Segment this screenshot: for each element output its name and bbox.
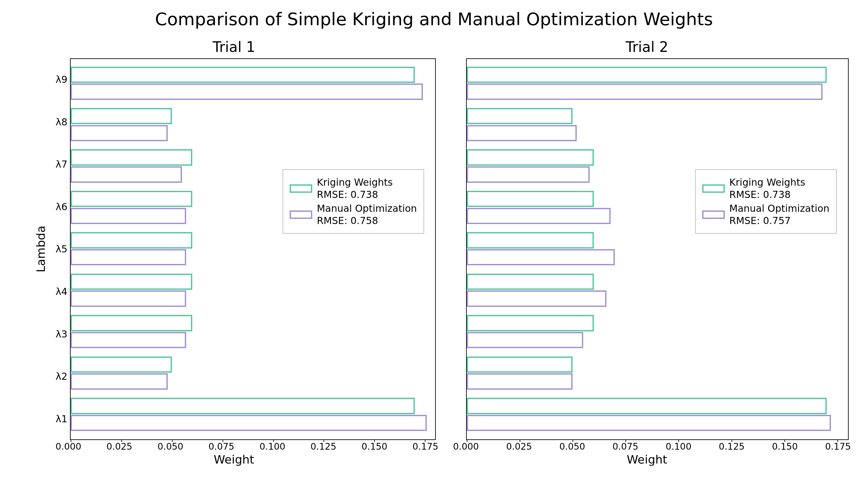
legend-entry: Kriging WeightsRMSE: 0.738	[290, 176, 417, 200]
bar-group	[467, 314, 848, 350]
x-tick-label: 0.150	[772, 441, 798, 452]
bar-group	[467, 107, 848, 143]
x-axis-label: Weight	[445, 453, 849, 466]
legend-text: Kriging WeightsRMSE: 0.738	[729, 176, 805, 200]
y-ticks: λ1λ2λ3λ4λ5λ6λ7λ8λ9	[49, 58, 70, 440]
bar-kriging	[467, 67, 827, 83]
bar-manual	[71, 208, 186, 224]
plot-row: Lambdaλ1λ2λ3λ4λ5λ6λ7λ8λ9Kriging WeightsR…	[32, 58, 436, 440]
bar-manual	[467, 125, 577, 141]
bar-manual	[71, 84, 423, 100]
bar-kriging	[467, 274, 594, 290]
legend-text: Manual OptimizationRMSE: 0.757	[729, 202, 829, 227]
bar-kriging	[467, 315, 594, 331]
x-ticks-row: 0.0000.0250.0500.0750.1000.1250.1500.175	[445, 441, 849, 452]
x-tick-label: 0.100	[259, 441, 285, 452]
subplot-2: Trial 2Kriging WeightsRMSE: 0.738Manual …	[445, 39, 849, 466]
y-tick-label: λ6	[49, 201, 67, 213]
bar-manual	[71, 249, 186, 266]
legend-swatch	[290, 211, 312, 219]
x-tick-label: 0.100	[666, 441, 691, 452]
bar-kriging	[467, 191, 594, 207]
bar-kriging	[71, 67, 415, 83]
subplot-1: Trial 1Lambdaλ1λ2λ3λ4λ5λ6λ7λ8λ9Kriging W…	[32, 39, 436, 466]
y-tick-label: λ9	[49, 74, 67, 85]
bar-group	[467, 273, 848, 309]
bar-kriging	[71, 398, 415, 414]
x-tick-label: 0.025	[106, 441, 132, 452]
bar-group	[71, 273, 435, 309]
bar-group	[71, 231, 435, 267]
y-tick-label: λ4	[49, 286, 67, 297]
y-ticks	[445, 58, 466, 440]
x-tick-label: 0.075	[613, 441, 638, 452]
y-tick-label: λ1	[49, 413, 67, 424]
bar-manual	[71, 332, 186, 348]
bar-manual	[467, 415, 831, 431]
x-tick-label: 0.125	[719, 441, 744, 452]
x-ticks: 0.0000.0250.0500.0750.1000.1250.1500.175	[466, 441, 849, 452]
plot-area: Kriging WeightsRMSE: 0.738Manual Optimiz…	[466, 58, 849, 440]
bars-container	[71, 59, 435, 439]
bar-manual	[71, 373, 168, 390]
bar-group	[71, 397, 435, 433]
plot-area: Kriging WeightsRMSE: 0.738Manual Optimiz…	[70, 58, 436, 440]
bar-kriging	[467, 149, 594, 166]
bar-kriging	[71, 108, 172, 124]
bar-group	[71, 355, 435, 391]
bar-kriging	[71, 315, 192, 331]
x-tick-label: 0.025	[506, 441, 532, 452]
bar-manual	[71, 166, 182, 183]
bar-kriging	[467, 398, 827, 414]
y-tick-label: λ7	[49, 159, 67, 170]
bar-kriging	[71, 191, 192, 207]
bar-group	[71, 107, 435, 143]
legend-swatch	[702, 211, 725, 219]
x-ticks-row: 0.0000.0250.0500.0750.1000.1250.1500.175	[32, 441, 436, 452]
legend-entry: Manual OptimizationRMSE: 0.757	[702, 202, 829, 227]
bar-manual	[467, 249, 615, 266]
y-tick-label: λ8	[49, 116, 67, 128]
y-axis-label: Lambda	[32, 58, 49, 440]
x-tick-label: 0.175	[412, 441, 438, 452]
legend: Kriging WeightsRMSE: 0.738Manual Optimiz…	[283, 169, 424, 234]
x-tick-label: 0.075	[208, 441, 234, 452]
y-tick-label: λ2	[49, 371, 67, 382]
bar-group	[71, 314, 435, 350]
bar-kriging	[71, 232, 192, 249]
legend-entry: Manual OptimizationRMSE: 0.758	[290, 202, 417, 227]
bar-group	[467, 355, 848, 391]
x-tick-label: 0.000	[56, 441, 81, 452]
bar-manual	[467, 373, 572, 390]
bar-manual	[71, 415, 427, 431]
legend-swatch	[702, 184, 725, 193]
bar-kriging	[71, 149, 192, 166]
bar-group	[467, 66, 848, 101]
bar-group	[467, 231, 848, 267]
bar-kriging	[71, 356, 172, 373]
legend-entry: Kriging WeightsRMSE: 0.738	[702, 176, 829, 200]
subplot-title: Trial 2	[445, 39, 849, 55]
bar-kriging	[467, 232, 594, 249]
bar-kriging	[71, 274, 192, 290]
bar-manual	[467, 290, 607, 307]
bars-container	[467, 59, 848, 439]
bar-manual	[71, 125, 168, 141]
x-tick-label: 0.050	[559, 441, 585, 452]
x-tick-label: 0.050	[157, 441, 183, 452]
bar-manual	[467, 166, 590, 183]
bar-manual	[467, 208, 611, 224]
bar-manual	[467, 84, 823, 100]
bar-kriging	[467, 108, 572, 124]
x-tick-label: 0.150	[362, 441, 388, 452]
legend: Kriging WeightsRMSE: 0.738Manual Optimiz…	[695, 169, 836, 234]
bar-group	[71, 66, 435, 101]
legend-text: Kriging WeightsRMSE: 0.738	[317, 176, 393, 200]
x-tick-label: 0.125	[311, 441, 336, 452]
bar-group	[467, 397, 848, 433]
subplots-container: Trial 1Lambdaλ1λ2λ3λ4λ5λ6λ7λ8λ9Kriging W…	[6, 39, 862, 473]
x-tick-label: 0.000	[453, 441, 479, 452]
y-tick-label: λ3	[49, 328, 67, 340]
figure: Comparison of Simple Kriging and Manual …	[6, 6, 862, 473]
legend-swatch	[290, 184, 312, 193]
